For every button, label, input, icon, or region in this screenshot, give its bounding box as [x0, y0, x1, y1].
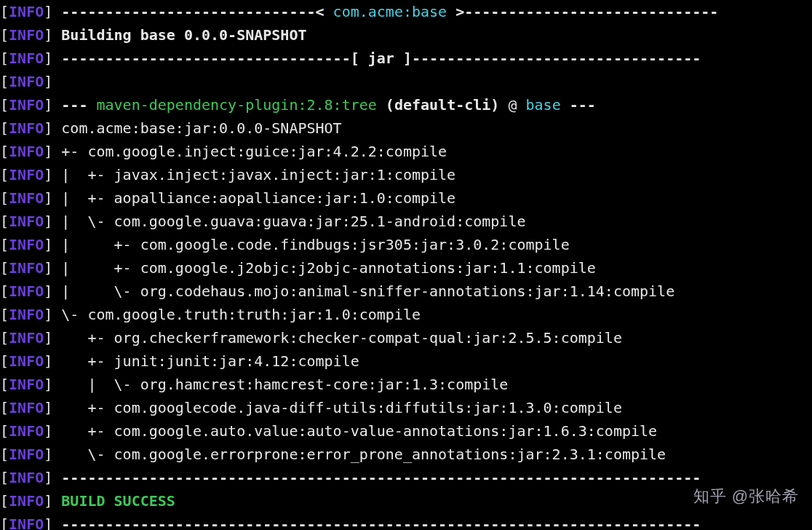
log-line: [INFO] | +- javax.inject:javax.inject:ja… — [0, 163, 812, 186]
dependency-node: com.acme:base:jar:0.0.0-SNAPSHOT — [61, 119, 341, 137]
plugin-name: maven-dependency-plugin:2.8:tree — [96, 96, 376, 114]
dependency-node: | +- javax.inject:javax.inject:jar:1:com… — [61, 166, 455, 183]
dependency-node: +- com.googlecode.java-diff-utils:diffut… — [61, 399, 622, 416]
bracket-open: [ — [0, 282, 9, 300]
bracket-open: [ — [0, 73, 9, 90]
bracket-close: ] — [44, 119, 52, 137]
dependency-node: +- com.google.inject:guice:jar:4.2.2:com… — [61, 143, 447, 160]
log-line: [INFO] Building base 0.0.0-SNAPSHOT — [0, 23, 812, 47]
log-level: INFO — [9, 446, 44, 463]
bracket-close: ] — [44, 399, 52, 416]
watermark: 知乎 @张哈希 — [693, 485, 799, 508]
log-content: \- com.google.truth:truth:jar:1.0:compil… — [61, 306, 421, 323]
bracket-close: ] — [44, 3, 52, 20]
rule-text: >----------------------------- — [447, 3, 718, 20]
log-line: [INFO] +- com.google.auto.value:auto-val… — [0, 419, 812, 443]
log-content: --- maven-dependency-plugin:2.8:tree (de… — [61, 96, 596, 114]
bracket-open: [ — [0, 236, 9, 253]
log-line: [INFO] — [0, 70, 812, 93]
bracket-close: ] — [44, 166, 52, 183]
bracket-close: ] — [44, 492, 52, 510]
log-line: [INFO] | +- aopalliance:aopalliance:jar:… — [0, 186, 812, 210]
log-level: INFO — [9, 213, 44, 230]
bracket-open: [ — [0, 446, 9, 463]
bracket-close: ] — [44, 236, 52, 253]
bracket-close: ] — [44, 352, 52, 370]
log-content: Building base 0.0.0-SNAPSHOT — [61, 26, 306, 44]
log-level: INFO — [9, 515, 44, 530]
bracket-open: [ — [0, 352, 9, 370]
log-line: [INFO] +- com.google.inject:guice:jar:4.… — [0, 140, 812, 163]
log-content: \- com.google.errorprone:error_prone_ann… — [61, 446, 666, 463]
bracket-close: ] — [44, 96, 52, 114]
bracket-close: ] — [44, 189, 52, 207]
log-content: +- junit:junit:jar:4.12:compile — [61, 352, 359, 370]
bracket-close: ] — [44, 213, 52, 230]
log-level: INFO — [9, 376, 44, 393]
log-level: INFO — [9, 399, 44, 416]
log-level: INFO — [9, 73, 44, 90]
dependency-node: +- org.checkerframework:checker-compat-q… — [61, 329, 622, 347]
log-line: [INFO] \- com.google.truth:truth:jar:1.0… — [0, 303, 812, 326]
rule: ----------------------------------------… — [61, 469, 701, 486]
log-line: [INFO] ---------------------------------… — [0, 513, 812, 530]
dependency-node: +- com.google.auto.value:auto-value-anno… — [61, 422, 657, 440]
bracket-open: [ — [0, 143, 9, 160]
bracket-close: ] — [44, 26, 52, 44]
bracket-open: [ — [0, 96, 9, 114]
bracket-open: [ — [0, 306, 9, 323]
log-content: | \- com.google.guava:guava:jar:25.1-and… — [61, 213, 525, 230]
dependency-node: | \- com.google.guava:guava:jar:25.1-and… — [61, 213, 525, 230]
log-level: INFO — [9, 96, 44, 114]
dependency-node: +- junit:junit:jar:4.12:compile — [61, 352, 359, 370]
log-level: INFO — [9, 469, 44, 486]
log-line: [INFO] --- maven-dependency-plugin:2.8:t… — [0, 93, 812, 116]
dependency-node: | \- org.hamcrest:hamcrest-core:jar:1.3:… — [61, 376, 508, 393]
bracket-close: ] — [44, 329, 52, 347]
log-line: [INFO] | +- com.google.code.findbugs:jsr… — [0, 233, 812, 256]
bracket-open: [ — [0, 166, 9, 183]
log-line: [INFO] ---------------------------------… — [0, 466, 812, 489]
log-level: INFO — [9, 166, 44, 183]
log-level: INFO — [9, 422, 44, 440]
log-level: INFO — [9, 50, 44, 67]
bracket-open: [ — [0, 3, 9, 20]
log-content: -----------------------------< com.acme:… — [61, 3, 718, 20]
bracket-close: ] — [44, 50, 52, 67]
dash: --- — [61, 96, 96, 114]
bracket-open: [ — [0, 50, 9, 67]
bracket-open: [ — [0, 422, 9, 440]
log-line: [INFO] | \- org.hamcrest:hamcrest-core:j… — [0, 373, 812, 396]
log-level: INFO — [9, 306, 44, 323]
bracket-open: [ — [0, 399, 9, 416]
dependency-node: | +- aopalliance:aopalliance:jar:1.0:com… — [61, 189, 455, 207]
bracket-open: [ — [0, 119, 9, 137]
log-line: [INFO] | \- org.codehaus.mojo:animal-sni… — [0, 280, 812, 303]
packaging-line: ---------------------------------[ jar ]… — [61, 50, 701, 67]
bracket-open: [ — [0, 189, 9, 207]
bracket-open: [ — [0, 492, 9, 510]
bracket-open: [ — [0, 329, 9, 347]
artifact-id: com.acme:base — [333, 3, 447, 20]
build-success: BUILD SUCCESS — [61, 492, 175, 510]
log-content: | \- org.hamcrest:hamcrest-core:jar:1.3:… — [61, 376, 508, 393]
bracket-close: ] — [44, 422, 52, 440]
bracket-close: ] — [44, 469, 52, 486]
bracket-open: [ — [0, 26, 9, 44]
log-content: +- com.google.inject:guice:jar:4.2.2:com… — [61, 143, 447, 160]
building-text: Building base 0.0.0-SNAPSHOT — [61, 26, 306, 44]
log-content: | +- aopalliance:aopalliance:jar:1.0:com… — [61, 189, 455, 207]
bracket-close: ] — [44, 259, 52, 277]
log-line: [INFO] \- com.google.errorprone:error_pr… — [0, 443, 812, 466]
log-level: INFO — [9, 352, 44, 370]
log-content: | +- com.google.code.findbugs:jsr305:jar… — [61, 236, 569, 253]
log-content: | +- com.google.j2objc:j2objc-annotation… — [61, 259, 596, 277]
log-content: com.acme:base:jar:0.0.0-SNAPSHOT — [61, 119, 341, 137]
bracket-open: [ — [0, 259, 9, 277]
log-line: [INFO] com.acme:base:jar:0.0.0-SNAPSHOT — [0, 116, 812, 140]
log-line: [INFO] -----------------------------< co… — [0, 0, 812, 23]
log-content: +- com.googlecode.java-diff-utils:diffut… — [61, 399, 622, 416]
log-content: ---------------------------------[ jar ]… — [61, 50, 701, 67]
dash: --- — [561, 96, 596, 114]
log-level: INFO — [9, 236, 44, 253]
